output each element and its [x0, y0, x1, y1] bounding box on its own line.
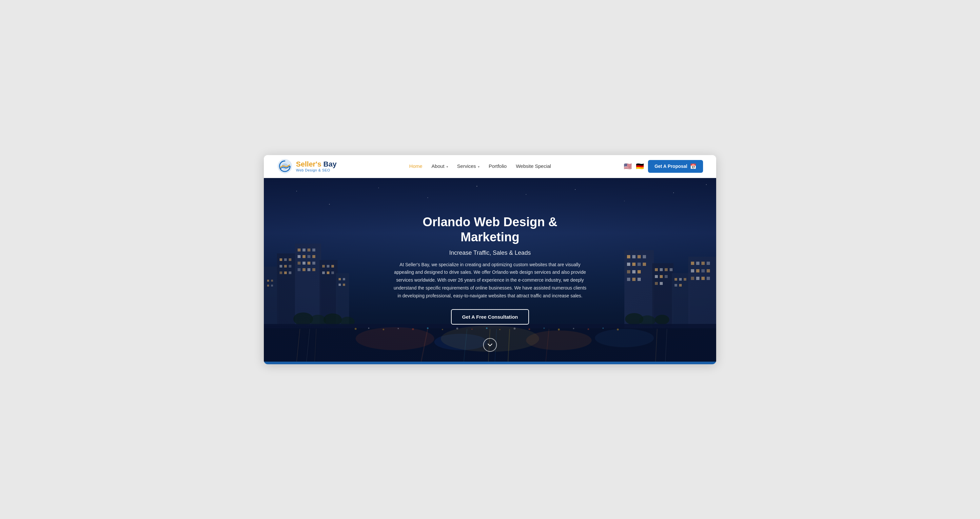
nav-link-portfolio[interactable]: Portfolio — [489, 163, 507, 169]
logo-icon — [277, 158, 293, 174]
hero-section: Orlando Web Design & Marketing Increase … — [264, 178, 716, 361]
nav-link-home[interactable]: Home — [409, 163, 423, 169]
hero-description: At Seller's Bay, we specialize in creati… — [392, 261, 588, 300]
logo-brand: Seller's Bay — [296, 160, 337, 168]
about-chevron-icon: ▾ — [445, 165, 448, 169]
nav-link-about[interactable]: About ▾ — [432, 163, 448, 169]
nav-item-portfolio[interactable]: Portfolio — [489, 163, 507, 169]
hero-content: Orlando Web Design & Marketing Increase … — [385, 215, 595, 324]
nav-item-website-special[interactable]: Website Special — [516, 163, 551, 169]
consultation-button[interactable]: Get A Free Consultation — [451, 309, 529, 325]
logo-text: Seller's Bay Web Design & SEO — [296, 160, 337, 172]
bottom-bar — [264, 361, 716, 364]
scroll-down-button[interactable] — [483, 338, 497, 352]
proposal-button-label: Get A Proposal — [654, 164, 687, 169]
nav-link-website-special[interactable]: Website Special — [516, 163, 551, 169]
calendar-icon: 📅 — [690, 163, 697, 169]
nav-item-about[interactable]: About ▾ — [432, 163, 448, 169]
nav-right: 🇺🇸 🇩🇪 Get A Proposal 📅 — [624, 160, 703, 173]
logo[interactable]: Seller's Bay Web Design & SEO — [277, 158, 337, 174]
flag-de-icon[interactable]: 🇩🇪 — [636, 162, 644, 170]
flag-us-icon[interactable]: 🇺🇸 — [624, 162, 632, 170]
navbar: Seller's Bay Web Design & SEO Home About… — [264, 155, 716, 178]
hero-title: Orlando Web Design & Marketing — [392, 215, 588, 245]
chevron-down-icon — [487, 342, 493, 348]
hero-subtitle: Increase Traffic, Sales & Leads — [392, 250, 588, 256]
nav-links: Home About ▾ Services ▾ Portfolio Websit… — [409, 163, 551, 169]
nav-link-services[interactable]: Services ▾ — [457, 163, 479, 169]
logo-tagline: Web Design & SEO — [296, 168, 337, 172]
services-chevron-icon: ▾ — [477, 165, 479, 169]
get-proposal-button[interactable]: Get A Proposal 📅 — [648, 160, 703, 173]
browser-window: Seller's Bay Web Design & SEO Home About… — [264, 155, 716, 364]
nav-item-services[interactable]: Services ▾ — [457, 163, 479, 169]
nav-item-home[interactable]: Home — [409, 163, 423, 169]
